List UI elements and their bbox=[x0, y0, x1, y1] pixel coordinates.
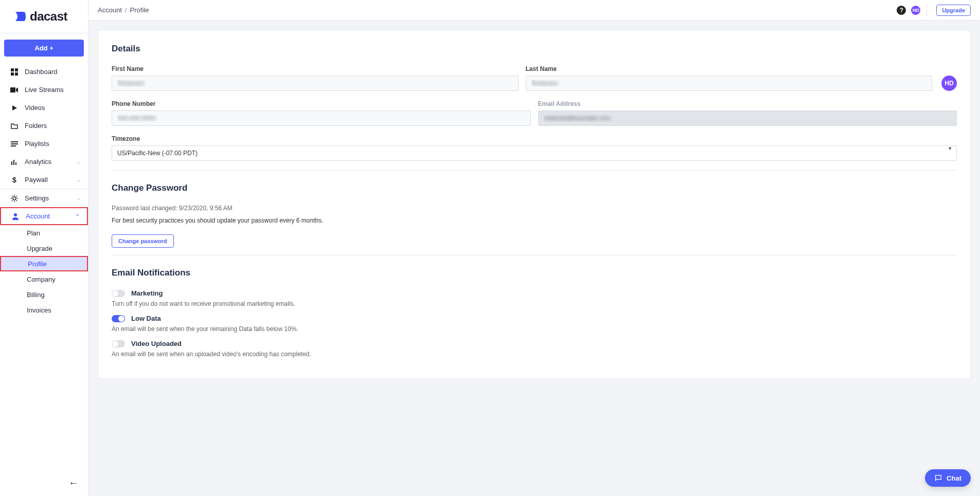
marketing-desc: Turn off if you do not want to receive p… bbox=[112, 300, 957, 307]
logo: dacast bbox=[0, 0, 88, 33]
notifications-title: Email Notifications bbox=[112, 268, 957, 278]
videoupload-desc: An email will be sent when an uploaded v… bbox=[112, 351, 957, 358]
svg-point-12 bbox=[14, 213, 17, 216]
last-name-input[interactable] bbox=[526, 76, 933, 91]
brand-name: dacast bbox=[30, 9, 67, 24]
svg-rect-3 bbox=[15, 72, 18, 76]
svg-rect-0 bbox=[11, 68, 14, 71]
svg-rect-7 bbox=[11, 145, 16, 146]
sidebar-item-folders[interactable]: Folders bbox=[0, 117, 88, 135]
change-password-title: Change Password bbox=[112, 183, 957, 193]
lowdata-label: Low Data bbox=[131, 315, 161, 322]
lowdata-desc: An email will be sent when the your rema… bbox=[112, 325, 957, 333]
sidebar-label: Analytics bbox=[25, 158, 51, 166]
avatar-small[interactable]: HD bbox=[911, 6, 920, 15]
svg-point-11 bbox=[13, 197, 16, 200]
topbar: Account / Profile ? HD Upgrade bbox=[88, 0, 980, 21]
chevron-down-icon: ⌄ bbox=[76, 158, 81, 165]
sidebar-sub-plan[interactable]: Plan bbox=[0, 225, 88, 241]
primary-nav: Dashboard Live Streams Videos Folders Pl… bbox=[0, 63, 88, 318]
sidebar-sub-invoices[interactable]: Invoices bbox=[0, 302, 88, 318]
sidebar-item-account[interactable]: Account ⌄ bbox=[0, 207, 88, 225]
chat-icon bbox=[934, 474, 942, 482]
sidebar-label: Folders bbox=[25, 122, 47, 130]
brand-icon bbox=[14, 11, 27, 22]
camera-icon bbox=[9, 87, 20, 93]
email-input bbox=[538, 111, 957, 126]
sidebar-sub-upgrade[interactable]: Upgrade bbox=[0, 241, 88, 256]
timezone-label: Timezone bbox=[112, 135, 957, 142]
sidebar-label: Paywall bbox=[25, 176, 48, 183]
dashboard-icon bbox=[9, 68, 20, 76]
sidebar-sub-profile[interactable]: Profile bbox=[0, 256, 88, 271]
upgrade-button[interactable]: Upgrade bbox=[936, 5, 971, 16]
dollar-icon: $ bbox=[9, 176, 20, 184]
svg-rect-8 bbox=[11, 161, 12, 165]
sidebar-item-videos[interactable]: Videos bbox=[0, 99, 88, 117]
breadcrumb-current: Profile bbox=[130, 6, 149, 14]
sidebar-item-analytics[interactable]: Analytics ⌄ bbox=[0, 153, 88, 171]
sidebar-sub-company[interactable]: Company bbox=[0, 271, 88, 287]
person-icon bbox=[10, 213, 21, 220]
videoupload-toggle[interactable] bbox=[112, 340, 125, 347]
breadcrumb-root[interactable]: Account bbox=[98, 6, 122, 14]
first-name-label: First Name bbox=[112, 65, 519, 72]
avatar-large: HD bbox=[941, 76, 957, 91]
sidebar-label: Playlists bbox=[25, 140, 49, 148]
sidebar-label: Videos bbox=[25, 104, 45, 112]
sidebar-label: Dashboard bbox=[25, 68, 58, 76]
first-name-input[interactable] bbox=[112, 76, 519, 91]
profile-card: Details First Name Last Name HD Phone Nu… bbox=[98, 30, 971, 379]
sidebar-item-dashboard[interactable]: Dashboard bbox=[0, 63, 88, 81]
sidebar-item-paywall[interactable]: $ Paywall ⌄ bbox=[0, 171, 88, 189]
svg-rect-6 bbox=[11, 143, 18, 144]
svg-rect-10 bbox=[15, 162, 16, 165]
svg-rect-1 bbox=[15, 68, 18, 71]
breadcrumb-separator: / bbox=[125, 6, 127, 14]
sidebar: dacast Add + Dashboard Live Streams Vide… bbox=[0, 0, 88, 496]
sidebar-item-settings[interactable]: Settings ⌄ bbox=[0, 189, 88, 207]
folder-icon bbox=[9, 123, 20, 129]
email-label: Email Address bbox=[538, 100, 957, 107]
collapse-sidebar-icon[interactable]: ← bbox=[68, 477, 79, 489]
sidebar-label: Live Streams bbox=[25, 86, 64, 94]
chat-button[interactable]: Chat bbox=[925, 469, 971, 487]
timezone-select[interactable] bbox=[112, 145, 957, 161]
phone-input[interactable] bbox=[112, 111, 531, 126]
last-name-label: Last Name bbox=[526, 65, 933, 72]
chevron-up-icon: ⌄ bbox=[75, 213, 80, 219]
add-button[interactable]: Add + bbox=[4, 40, 84, 57]
change-password-button[interactable]: Change password bbox=[112, 234, 174, 248]
svg-rect-2 bbox=[11, 72, 14, 76]
bars-icon bbox=[9, 159, 20, 165]
videoupload-label: Video Uploaded bbox=[131, 340, 182, 347]
details-title: Details bbox=[112, 44, 957, 54]
chevron-down-icon: ⌄ bbox=[76, 176, 81, 183]
sidebar-item-playlists[interactable]: Playlists bbox=[0, 135, 88, 153]
password-advice: For best security practices you should u… bbox=[112, 217, 957, 224]
main: Account / Profile ? HD Upgrade Details F… bbox=[88, 0, 980, 496]
svg-rect-5 bbox=[11, 141, 18, 142]
sidebar-sub-billing[interactable]: Billing bbox=[0, 287, 88, 302]
marketing-label: Marketing bbox=[131, 289, 163, 297]
sidebar-label: Account bbox=[26, 212, 50, 220]
password-last-changed: Password last changed: 9/23/2020, 9:56 A… bbox=[112, 205, 957, 212]
sidebar-label: Settings bbox=[25, 194, 49, 202]
phone-label: Phone Number bbox=[112, 100, 531, 107]
chevron-down-icon: ⌄ bbox=[76, 195, 81, 201]
svg-rect-4 bbox=[10, 87, 15, 93]
play-icon bbox=[9, 105, 20, 111]
gear-icon bbox=[9, 195, 20, 202]
marketing-toggle[interactable] bbox=[112, 290, 125, 297]
svg-rect-9 bbox=[13, 160, 14, 165]
list-icon bbox=[9, 141, 20, 147]
help-icon[interactable]: ? bbox=[897, 6, 906, 15]
lowdata-toggle[interactable] bbox=[112, 315, 125, 322]
sidebar-item-live-streams[interactable]: Live Streams bbox=[0, 81, 88, 99]
